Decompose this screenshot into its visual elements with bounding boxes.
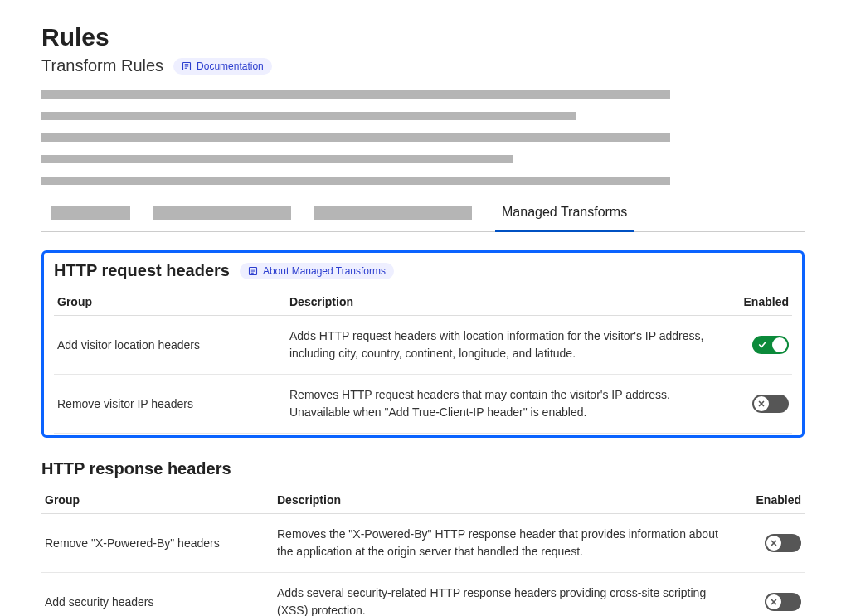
enable-toggle[interactable] [765,593,801,611]
enable-toggle[interactable] [752,395,789,413]
response-headers-table: Group Description Enabled Remove "X-Powe… [41,487,805,616]
tab-managed-transforms[interactable]: Managed Transforms [495,200,634,232]
cell-group: Add security headers [41,573,274,617]
col-header-description: Description [274,487,738,514]
book-icon [248,266,258,276]
x-icon [770,539,778,547]
table-row: Add security headers Adds several securi… [41,573,805,617]
documentation-label: Documentation [197,61,264,72]
cell-description: Adds HTTP request headers with location … [286,316,726,375]
table-row: Add visitor location headers Adds HTTP r… [54,316,792,375]
page-subtitle: Transform Rules [41,56,163,75]
x-icon [757,400,766,408]
cell-group: Add visitor location headers [54,316,286,375]
request-headers-highlight: HTTP request headers About Managed Trans… [41,250,805,438]
book-icon [182,61,192,71]
col-header-description: Description [286,289,726,316]
subtitle-row: Transform Rules Documentation [41,56,805,75]
request-headers-table: Group Description Enabled Add visitor lo… [54,289,792,434]
cell-description: Adds several security-related HTTP respo… [274,573,738,617]
skeleton-line [41,155,513,163]
tab-placeholder[interactable] [51,206,130,220]
col-header-enabled: Enabled [738,487,805,514]
col-header-enabled: Enabled [726,289,792,316]
enable-toggle[interactable] [765,534,801,552]
tabs: Managed Transforms [41,200,805,232]
skeleton-line [41,112,576,120]
skeleton-line [41,133,670,142]
cell-description: Removes HTTP request headers that may co… [286,375,726,434]
cell-description: Removes the "X-Powered-By" HTTP response… [274,514,738,573]
page-title: Rules [41,23,805,51]
description-placeholder [41,90,805,185]
cell-group: Remove visitor IP headers [54,375,286,434]
about-managed-transforms-label: About Managed Transforms [263,265,386,277]
skeleton-line [41,177,670,185]
toggle-knob [772,337,787,352]
toggle-knob [766,536,781,551]
enable-toggle[interactable] [752,336,789,354]
x-icon [770,598,778,606]
cell-group: Remove "X-Powered-By" headers [41,514,274,573]
table-row: Remove visitor IP headers Removes HTTP r… [54,375,792,434]
documentation-link[interactable]: Documentation [173,58,272,75]
request-headers-title: HTTP request headers [54,261,230,280]
col-header-group: Group [54,289,286,316]
tab-placeholder[interactable] [153,206,291,220]
toggle-knob [766,594,781,609]
table-row: Remove "X-Powered-By" headers Removes th… [41,514,805,573]
response-headers-section: HTTP response headers Group Description … [41,459,805,616]
check-icon [758,341,766,349]
about-managed-transforms-link[interactable]: About Managed Transforms [240,263,394,279]
response-headers-title: HTTP response headers [41,459,231,478]
col-header-group: Group [41,487,274,514]
tab-placeholder[interactable] [314,206,472,220]
skeleton-line [41,90,670,99]
toggle-knob [754,396,769,411]
